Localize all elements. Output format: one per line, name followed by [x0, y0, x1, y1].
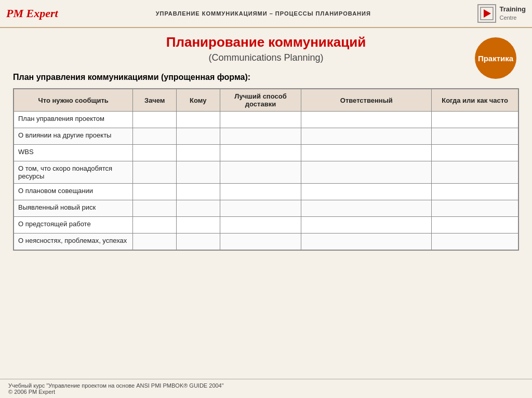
table-cell — [133, 234, 177, 250]
table-cell — [301, 217, 432, 234]
footer-line1: Учебный курс "Управление проектом на осн… — [8, 382, 524, 389]
header-title: УПРАВЛЕНИЕ КОММУНИКАЦИЯМИ – ПРОЦЕССЫ ПЛА… — [58, 10, 469, 17]
table-cell — [301, 184, 432, 200]
practice-badge: Практика — [475, 37, 516, 79]
table-cell — [301, 200, 432, 217]
communications-plan-table: Что нужно сообщить Зачем Кому Лучший спо… — [13, 88, 519, 251]
table-cell: О предстоящей работе — [14, 217, 133, 234]
table-cell — [177, 112, 220, 128]
table-row: О неясностях, проблемах, успехах — [14, 234, 518, 250]
table-cell — [220, 234, 301, 250]
table-cell — [133, 161, 177, 184]
table-cell — [220, 112, 301, 128]
table-header-row: Что нужно сообщить Зачем Кому Лучший спо… — [14, 89, 518, 112]
table-cell — [432, 200, 518, 217]
table-row: О том, что скоро понадобятся ресурсы — [14, 161, 518, 184]
table-cell — [432, 184, 518, 200]
svg-marker-1 — [484, 9, 491, 18]
table-cell — [220, 184, 301, 200]
col-header-resp: Ответственный — [301, 89, 432, 112]
col-header-why: Зачем — [133, 89, 177, 112]
table-cell — [301, 234, 432, 250]
table-cell — [220, 161, 301, 184]
table-row: О влиянии на другие проекты — [14, 128, 518, 145]
table-cell — [177, 128, 220, 145]
col-header-who: Кому — [177, 89, 220, 112]
table-cell — [133, 184, 177, 200]
table-cell — [177, 217, 220, 234]
main-title-area: Планирование коммуникаций (Communication… — [0, 28, 532, 67]
main-subtitle: (Communications Planning) — [10, 52, 522, 63]
table-cell: О том, что скоро понадобятся ресурсы — [14, 161, 133, 184]
table-container: Что нужно сообщить Зачем Кому Лучший спо… — [0, 88, 532, 251]
table-cell: Выявленный новый риск — [14, 200, 133, 217]
table-row: Выявленный новый риск — [14, 200, 518, 217]
section-title: План управления коммуникациями (упрощенн… — [0, 67, 532, 86]
col-header-when: Когда или как часто — [432, 89, 518, 112]
table-cell — [220, 145, 301, 161]
table-cell: О неясностях, проблемах, успехах — [14, 234, 133, 250]
training-logo-icon — [477, 4, 496, 23]
table-cell — [177, 145, 220, 161]
table-row: План управления проектом — [14, 112, 518, 128]
table-cell — [133, 200, 177, 217]
table-body: План управления проектомО влиянии на дру… — [14, 112, 518, 250]
table-cell — [177, 200, 220, 217]
table-cell — [432, 128, 518, 145]
table-cell — [133, 145, 177, 161]
table-cell — [432, 112, 518, 128]
table-cell — [133, 128, 177, 145]
training-logo-text: Training Centre — [499, 5, 526, 21]
footer-line2: © 2006 PM Expert — [8, 389, 524, 395]
table-cell — [432, 145, 518, 161]
table-cell — [220, 200, 301, 217]
pm-expert-logo: PM Expert — [6, 7, 58, 20]
table-cell — [301, 112, 432, 128]
col-header-what: Что нужно сообщить — [14, 89, 133, 112]
logo-area: PM Expert — [6, 7, 58, 20]
footer: Учебный курс "Управление проектом на осн… — [0, 379, 532, 398]
table-row: WBS — [14, 145, 518, 161]
table-cell — [177, 184, 220, 200]
table-cell — [432, 234, 518, 250]
table-cell — [301, 161, 432, 184]
table-cell — [432, 217, 518, 234]
col-header-how: Лучший способ доставки — [220, 89, 301, 112]
table-cell — [220, 128, 301, 145]
table-row: О плановом совещании — [14, 184, 518, 200]
table-cell — [133, 112, 177, 128]
main-title: Планирование коммуникаций — [10, 34, 522, 50]
table-cell — [432, 161, 518, 184]
table-row: О предстоящей работе — [14, 217, 518, 234]
table-cell — [177, 161, 220, 184]
header: PM Expert УПРАВЛЕНИЕ КОММУНИКАЦИЯМИ – ПР… — [0, 0, 532, 28]
table-cell: WBS — [14, 145, 133, 161]
table-cell — [301, 128, 432, 145]
table-cell — [133, 217, 177, 234]
table-cell — [220, 217, 301, 234]
training-logo: Training Centre — [469, 4, 526, 23]
table-cell: О влиянии на другие проекты — [14, 128, 133, 145]
table-cell: План управления проектом — [14, 112, 133, 128]
table-cell — [177, 234, 220, 250]
table-cell: О плановом совещании — [14, 184, 133, 200]
table-cell — [301, 145, 432, 161]
